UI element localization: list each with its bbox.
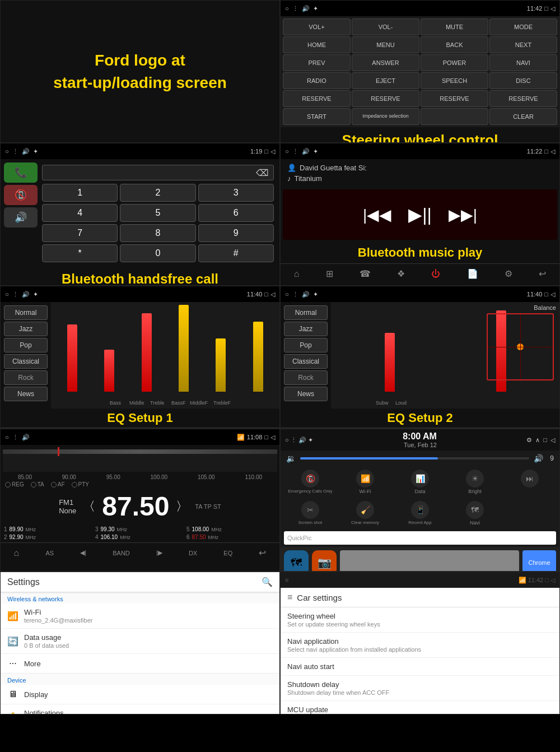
eq-preset-pop[interactable]: Pop (4, 338, 48, 352)
maps-app-icon[interactable]: 🗺 (284, 550, 309, 572)
wifi-setting-item[interactable]: 📶 Wi-Fi tereno_2.4G@maxisfiber (1, 604, 279, 629)
bar-bassf[interactable] (179, 305, 189, 392)
toggle-next[interactable]: ⏭ (503, 470, 556, 494)
sw-res4[interactable]: RESERVE (489, 90, 557, 107)
call-green-button[interactable]: 📞 (4, 163, 38, 183)
eq2-preset-rock[interactable]: Rock (284, 370, 328, 385)
eq-preset-rock[interactable]: Rock (4, 370, 48, 385)
preset-6[interactable]: 687.50MHz (186, 534, 276, 540)
eq2-preset-classical[interactable]: Classical (284, 354, 328, 369)
key-2[interactable]: 2 (120, 184, 195, 202)
preset-1[interactable]: 189.90MHz (4, 526, 94, 532)
sw-vol-plus[interactable]: VOL+ (283, 18, 351, 35)
radio-dx-button[interactable]: DX (189, 550, 197, 556)
bar-middle[interactable] (104, 350, 114, 392)
prev-track-button[interactable]: |◀◀ (363, 206, 391, 224)
bar-bass[interactable] (67, 324, 77, 392)
toggle-data[interactable]: 📊 Data (394, 470, 446, 494)
key-6[interactable]: 6 (198, 204, 274, 222)
speaker-button[interactable]: 🔊 (4, 207, 38, 228)
power-icon[interactable]: ⏻ (431, 269, 440, 279)
display-setting-item[interactable]: 🖥 Display (1, 685, 279, 704)
preset-3[interactable]: 399.30MHz (95, 526, 185, 532)
data-usage-item[interactable]: 🔄 Data usage 0 B of data used (1, 629, 279, 654)
sw-vol-minus[interactable]: VOL- (352, 18, 419, 35)
sw-back[interactable]: BACK (421, 36, 488, 53)
toggle-wifi[interactable]: 📶 Wi-Fi (339, 470, 391, 494)
bar-treble[interactable] (142, 313, 152, 392)
key-5[interactable]: 5 (120, 204, 195, 222)
shutdown-delay-setting[interactable]: Shutdown delay Shutdown delay time when … (281, 676, 559, 701)
eq2-preset-normal[interactable]: Normal (284, 305, 328, 320)
eq-preset-normal[interactable]: Normal (4, 305, 48, 320)
call-red-button[interactable]: 📵 (4, 185, 38, 205)
eq-preset-jazz[interactable]: Jazz (4, 322, 48, 336)
toggle-emergency[interactable]: 📵 Emergency Calls Only (284, 470, 337, 494)
apps-icon[interactable]: ❖ (397, 268, 405, 279)
quickpic-search[interactable]: QuickPic (284, 531, 556, 545)
toggle-recent-app[interactable]: 📱 Recent App (394, 501, 446, 526)
phone-icon[interactable]: ☎ (360, 268, 371, 279)
key-7[interactable]: 7 (42, 224, 118, 242)
vol-down-icon[interactable]: 🔉 (286, 454, 296, 463)
next-track-button[interactable]: ▶▶| (449, 206, 477, 224)
radio-eq-button[interactable]: EQ (223, 550, 232, 556)
preset-5[interactable]: 5108.00MHz (186, 526, 276, 532)
settings-icon[interactable]: ⚙ (505, 268, 512, 279)
sw-start[interactable]: START (283, 108, 351, 125)
eq-preset-news[interactable]: News (4, 387, 48, 401)
preset-4[interactable]: 4106.10MHz (95, 534, 185, 540)
radio-back-icon[interactable]: ↩ (259, 547, 266, 558)
eq2-preset-news[interactable]: News (284, 387, 328, 401)
sw-home[interactable]: HOME (283, 36, 351, 53)
toggle-navi[interactable]: 🗺 Navi (449, 501, 501, 526)
eq-preset-classical[interactable]: Classical (4, 354, 48, 369)
sw-next[interactable]: NEXT (489, 36, 557, 53)
key-1[interactable]: 1 (42, 184, 118, 202)
radio-next-button[interactable]: |▶ (156, 549, 162, 556)
toggle-screenshot[interactable]: ✂ Screen shot (284, 501, 337, 526)
key-0[interactable]: 0 (120, 244, 195, 262)
bar-treblef[interactable] (253, 322, 263, 392)
sw-res3[interactable]: RESERVE (421, 90, 488, 107)
sw-mode[interactable]: MODE (489, 18, 557, 35)
back-icon[interactable]: ↩ (539, 268, 546, 279)
more-setting-item[interactable]: ··· More (1, 654, 279, 674)
chrome-app-icon[interactable]: Chrome (522, 550, 556, 572)
sw-disc[interactable]: DISC (489, 72, 557, 89)
key-8[interactable]: 8 (120, 224, 195, 242)
sw-menu[interactable]: MENU (352, 36, 419, 53)
camera-app-icon[interactable]: 📷 (312, 550, 337, 572)
radio-as-button[interactable]: AS (45, 550, 54, 556)
volume-slider[interactable] (300, 457, 529, 459)
ta-option[interactable]: TA (31, 481, 44, 488)
reg-option[interactable]: REG (5, 481, 24, 488)
key-star[interactable]: * (42, 244, 118, 262)
key-9[interactable]: 9 (198, 224, 274, 242)
sw-prev[interactable]: PREV (283, 54, 351, 71)
key-4[interactable]: 4 (42, 204, 118, 222)
toggle-clear-memory[interactable]: 🧹 Clear memory (339, 501, 391, 526)
radio-band-button[interactable]: BAND (113, 550, 130, 556)
key-hash[interactable]: # (198, 244, 274, 262)
preset-2[interactable]: 292.90MHz (4, 534, 94, 540)
sw-speech[interactable]: SPEECH (421, 72, 488, 89)
mcu-update-setting[interactable]: MCU update Warning: No ignition and No p… (281, 701, 559, 714)
bar-middlef[interactable] (216, 338, 226, 392)
steering-wheel-setting[interactable]: Steering wheel Set or update steering wh… (281, 607, 559, 633)
sw-mute[interactable]: MUTE (421, 18, 488, 35)
sw-clear[interactable]: CLEAR (489, 108, 557, 125)
sw-radio[interactable]: RADIO (283, 72, 351, 89)
sw-power[interactable]: POWER (421, 54, 488, 71)
sw-navi[interactable]: NAVI (489, 54, 557, 71)
home-icon[interactable]: ⌂ (294, 269, 300, 279)
file-icon[interactable]: 📄 (467, 268, 478, 279)
back-btn[interactable]: ◁ (550, 437, 555, 444)
radio-home-icon[interactable]: ⌂ (14, 548, 20, 558)
pty-option[interactable]: PTY (72, 481, 89, 488)
freq-prev-button[interactable]: 〈 (83, 498, 95, 515)
navi-autostart-setting[interactable]: Navi auto start (281, 658, 559, 676)
eq2-preset-pop[interactable]: Pop (284, 338, 328, 352)
eq2-preset-jazz[interactable]: Jazz (284, 322, 328, 336)
search-settings-icon[interactable]: 🔍 (262, 577, 273, 587)
